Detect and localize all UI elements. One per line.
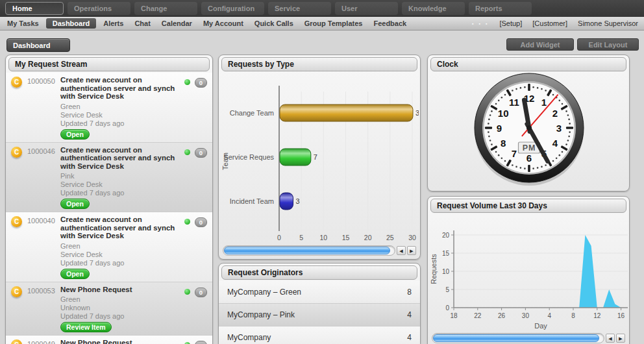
originator-count: 4 bbox=[407, 333, 412, 342]
svg-text:4: 4 bbox=[552, 138, 558, 149]
request-customer: Green bbox=[60, 295, 180, 303]
tab-group-templates[interactable]: Group Templates bbox=[301, 18, 367, 29]
request-originators-header: Request Originators bbox=[221, 265, 417, 280]
change-request-type-icon: C bbox=[11, 77, 22, 88]
request-title: Create new account on authentication ser… bbox=[60, 76, 180, 101]
svg-text:2: 2 bbox=[552, 108, 558, 119]
request-customer: Pink bbox=[60, 172, 180, 180]
stream-item-list: C1000050Create new account on authentica… bbox=[6, 73, 212, 344]
change-request-type-icon: C bbox=[11, 216, 22, 227]
svg-text:20: 20 bbox=[364, 234, 372, 241]
nav-service[interactable]: Service bbox=[268, 2, 331, 15]
edit-layout-button[interactable]: Edit Layout bbox=[577, 38, 639, 51]
my-request-stream-widget: My Request Stream C1000050Create new acc… bbox=[5, 55, 213, 344]
request-title: Create new account on authentication ser… bbox=[60, 146, 180, 171]
originator-row[interactable]: MyCompany4 bbox=[219, 326, 420, 344]
request-customer: Green bbox=[60, 103, 180, 110]
svg-text:15: 15 bbox=[342, 234, 350, 241]
customer-link[interactable]: [Customer] bbox=[532, 19, 567, 27]
scroll-right-button[interactable]: ▶ bbox=[407, 246, 416, 255]
horizontal-scrollbar[interactable]: ◀▶ bbox=[432, 333, 625, 343]
clock-widget: Clock 123456789101112PM bbox=[427, 55, 630, 191]
nav-knowledge[interactable]: Knowledge bbox=[402, 2, 465, 15]
bar-change-team bbox=[280, 104, 413, 121]
originator-label: MyCompany – Pink bbox=[227, 310, 295, 319]
tab-dashboard[interactable]: Dashboard bbox=[46, 18, 96, 29]
request-title: Create new account on authentication ser… bbox=[60, 215, 180, 240]
svg-text:1: 1 bbox=[541, 97, 547, 108]
request-volume-widget: Request Volume Last 30 Days 051015201822… bbox=[427, 196, 630, 344]
svg-text:8: 8 bbox=[571, 312, 575, 319]
request-customer: Green bbox=[60, 242, 180, 250]
stream-item-main: New Phone RequestPinkUnknownUpdated 7 da… bbox=[60, 339, 180, 344]
nav-change[interactable]: Change bbox=[134, 2, 197, 15]
request-details: GreenService DeskUpdated 7 days ago bbox=[60, 103, 180, 127]
originator-count: 8 bbox=[407, 288, 412, 297]
tab-my-account[interactable]: My Account bbox=[199, 18, 247, 29]
svg-text:0: 0 bbox=[277, 234, 281, 241]
svg-text:Service Reques: Service Reques bbox=[223, 153, 274, 161]
request-volume-chart: 0510152018222630481216DayRequests bbox=[428, 212, 630, 332]
tab-feedback[interactable]: Feedback bbox=[369, 18, 410, 29]
stream-item[interactable]: C1000040Create new account on authentica… bbox=[6, 212, 212, 282]
scrollbar-thumb[interactable] bbox=[224, 247, 390, 254]
svg-text:30: 30 bbox=[415, 109, 419, 117]
scrollbar-thumb[interactable] bbox=[433, 334, 599, 342]
status-badge: Open bbox=[60, 129, 90, 140]
add-widget-button[interactable]: Add Widget bbox=[506, 38, 574, 51]
bar-service-reques bbox=[280, 149, 311, 166]
stream-item[interactable]: C1000049New Phone RequestPinkUnknownUpda… bbox=[6, 336, 212, 344]
nav-home[interactable]: Home bbox=[5, 2, 64, 15]
note-count-badge: 0 bbox=[195, 78, 207, 88]
note-count-badge: 0 bbox=[195, 148, 207, 158]
tab-chat[interactable]: Chat bbox=[130, 18, 154, 29]
nav-operations[interactable]: Operations bbox=[68, 2, 130, 15]
tab-calendar[interactable]: Calendar bbox=[158, 18, 196, 29]
logged-in-user[interactable]: Simone Supervisor bbox=[578, 19, 638, 27]
status-dot-icon bbox=[184, 79, 190, 85]
svg-text:11: 11 bbox=[509, 97, 519, 108]
originator-count: 4 bbox=[407, 310, 412, 319]
svg-text:16: 16 bbox=[617, 312, 625, 319]
dashboard-page-button[interactable]: Dashboard bbox=[6, 38, 70, 52]
tab-my-tasks[interactable]: My Tasks bbox=[3, 18, 43, 29]
note-count-badge: 0 bbox=[195, 341, 207, 344]
originator-label: MyCompany bbox=[227, 333, 271, 342]
nav-user[interactable]: User bbox=[335, 2, 398, 15]
tab-alerts[interactable]: Alerts bbox=[99, 18, 127, 29]
svg-text:5: 5 bbox=[299, 234, 303, 241]
tab-quick-calls[interactable]: Quick Calls bbox=[251, 18, 297, 29]
originator-row[interactable]: MyCompany – Pink4 bbox=[219, 304, 420, 326]
svg-text:PM: PM bbox=[523, 143, 536, 153]
request-title: New Phone Request bbox=[60, 286, 180, 294]
stream-item-indicators: 0 bbox=[184, 78, 207, 140]
svg-text:9: 9 bbox=[497, 123, 502, 134]
scrollbar-track[interactable] bbox=[223, 245, 395, 256]
status-dot-icon bbox=[184, 219, 190, 225]
request-id: 1000046 bbox=[27, 147, 57, 210]
request-title: New Phone Request bbox=[60, 339, 180, 344]
originator-row[interactable]: MyCompany – Green8 bbox=[219, 281, 420, 304]
svg-text:0: 0 bbox=[445, 304, 449, 312]
originator-label: MyCompany – Green bbox=[227, 288, 301, 297]
request-updated: Updated 7 days ago bbox=[60, 259, 180, 267]
svg-text:6: 6 bbox=[526, 153, 532, 164]
scrollbar-track[interactable] bbox=[432, 333, 604, 343]
status-dot-icon bbox=[184, 289, 190, 295]
scroll-left-button[interactable]: ◀ bbox=[397, 246, 406, 255]
scroll-right-button[interactable]: ▶ bbox=[616, 334, 625, 343]
stream-item[interactable]: C1000050Create new account on authentica… bbox=[6, 73, 212, 143]
scroll-left-button[interactable]: ◀ bbox=[606, 334, 615, 343]
request-id: 1000053 bbox=[27, 287, 57, 333]
stream-item[interactable]: C1000053New Phone RequestGreenUnknownUpd… bbox=[6, 282, 212, 336]
overflow-dots-icon[interactable]: ▪ ▪ ▪ bbox=[472, 21, 489, 26]
stream-item[interactable]: C1000046Create new account on authentica… bbox=[6, 143, 212, 213]
setup-link[interactable]: [Setup] bbox=[499, 19, 522, 27]
horizontal-scrollbar[interactable]: ◀▶ bbox=[223, 245, 416, 256]
svg-text:30: 30 bbox=[408, 234, 416, 241]
analog-clock: 123456789101112PM bbox=[428, 69, 629, 191]
nav-reports[interactable]: Reports bbox=[469, 2, 532, 15]
request-details: PinkService DeskUpdated 7 days ago bbox=[60, 172, 180, 197]
nav-configuration[interactable]: Configuration bbox=[201, 2, 264, 15]
svg-text:10: 10 bbox=[442, 268, 450, 275]
